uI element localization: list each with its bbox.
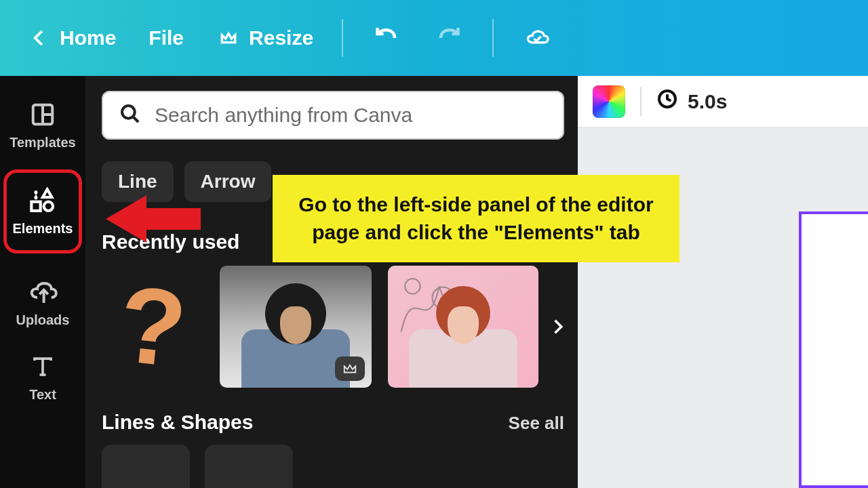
element-thumbnail[interactable]: ? bbox=[102, 266, 203, 388]
canvas-toolbar: 5.0s bbox=[578, 76, 868, 127]
uploads-icon bbox=[26, 279, 59, 306]
recently-used-row: ? bbox=[102, 266, 564, 388]
timing-value: 5.0s bbox=[688, 90, 727, 113]
main-area: Templates Elements Uploads bbox=[0, 76, 868, 488]
search-bar[interactable] bbox=[102, 91, 564, 140]
sidebar-item-uploads[interactable]: Uploads bbox=[0, 266, 85, 340]
question-mark-icon: ? bbox=[115, 280, 191, 373]
elements-panel: Line Arrow Recently used ? Lines bbox=[85, 76, 578, 488]
undo-icon bbox=[374, 26, 399, 50]
color-picker[interactable] bbox=[593, 85, 625, 118]
undo-button[interactable] bbox=[365, 19, 408, 57]
file-menu[interactable]: File bbox=[142, 21, 191, 55]
chip-line[interactable]: Line bbox=[102, 161, 174, 202]
clock-icon bbox=[656, 88, 678, 115]
sidebar-item-text[interactable]: Text bbox=[0, 340, 85, 415]
top-toolbar: Home File Resize bbox=[0, 0, 868, 76]
svg-point-5 bbox=[44, 201, 53, 210]
cloud-sync-button[interactable] bbox=[515, 19, 559, 57]
file-label: File bbox=[149, 26, 184, 49]
sidebar-item-label: Uploads bbox=[16, 312, 70, 328]
resize-button[interactable]: Resize bbox=[210, 20, 320, 56]
see-all-link[interactable]: See all bbox=[509, 413, 564, 434]
sidebar-item-label: Text bbox=[29, 387, 56, 403]
crown-icon bbox=[216, 26, 241, 50]
timing-control[interactable]: 5.0s bbox=[656, 88, 727, 115]
search-input[interactable] bbox=[155, 104, 547, 127]
elements-icon bbox=[26, 187, 59, 214]
back-button[interactable]: Home bbox=[20, 20, 123, 56]
chip-arrow[interactable]: Arrow bbox=[184, 161, 272, 202]
left-sidebar: Templates Elements Uploads bbox=[0, 76, 85, 488]
premium-badge bbox=[335, 357, 365, 381]
svg-point-9 bbox=[122, 106, 135, 119]
home-label: Home bbox=[60, 26, 116, 49]
svg-point-11 bbox=[405, 279, 420, 293]
chevron-left-icon bbox=[27, 26, 52, 50]
templates-icon bbox=[26, 101, 59, 128]
shape-thumbnail[interactable] bbox=[205, 445, 293, 488]
scroll-next-button[interactable] bbox=[542, 312, 572, 342]
element-thumbnail[interactable] bbox=[388, 266, 538, 388]
canvas-page[interactable] bbox=[799, 211, 868, 488]
sidebar-item-elements[interactable]: Elements bbox=[3, 169, 82, 253]
toolbar-separator bbox=[640, 87, 642, 117]
resize-label: Resize bbox=[249, 26, 313, 49]
sidebar-item-label: Elements bbox=[13, 221, 73, 237]
sidebar-item-templates[interactable]: Templates bbox=[0, 88, 85, 163]
svg-marker-3 bbox=[43, 189, 52, 197]
element-thumbnail[interactable] bbox=[220, 266, 372, 388]
svg-line-10 bbox=[133, 117, 138, 122]
lines-shapes-row bbox=[102, 445, 564, 488]
svg-rect-4 bbox=[31, 201, 40, 210]
text-icon bbox=[26, 353, 59, 380]
search-icon bbox=[119, 103, 141, 127]
annotation-callout: Go to the left-side panel of the editor … bbox=[273, 175, 679, 262]
redo-button[interactable] bbox=[427, 19, 471, 57]
cloud-check-icon bbox=[525, 26, 549, 50]
redo-icon bbox=[437, 26, 461, 50]
toolbar-separator bbox=[342, 19, 343, 57]
sidebar-item-label: Templates bbox=[9, 135, 75, 150]
toolbar-separator bbox=[492, 19, 494, 57]
shape-thumbnail[interactable] bbox=[102, 445, 190, 488]
canvas-area: 5.0s bbox=[578, 76, 868, 488]
section-title-lines-shapes: Lines & Shapes bbox=[102, 411, 253, 434]
